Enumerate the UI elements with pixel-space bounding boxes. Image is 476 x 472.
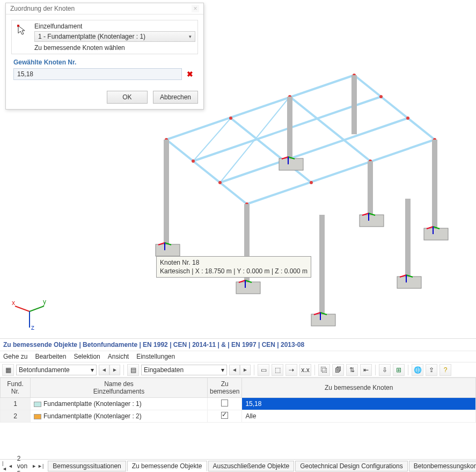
panel-menubar: Gehe zu Bearbeiten Selektion Ansicht Ein… [0,351,476,362]
next-object-button[interactable]: ► [109,365,120,375]
menu-goto[interactable]: Gehe zu [3,353,27,360]
ok-button[interactable]: OK [107,91,148,104]
menu-settings[interactable]: Einstellungen [136,353,175,360]
panel-title: Zu bemessende Objekte | Betonfundamente … [0,339,476,351]
node-tooltip: Knoten Nr. 18 Kartesisch | X : 18.750 m … [156,256,311,278]
next-data-button[interactable]: ► [240,365,251,375]
select-hint: Zu bemessende Knoten wählen [34,44,195,52]
data-mode-combo[interactable]: Eingabedaten▾ [141,365,227,375]
tab-concrete-config[interactable]: Betonbemessungskonfigurationen [409,461,476,471]
nodes-cell-selected[interactable]: 15,18 [242,398,476,410]
selected-nodes-label: Gewählte Knoten Nr. [13,59,196,66]
svg-line-7 [354,75,435,140]
prev-data-button[interactable]: ◄ [229,365,240,375]
last-tab-button[interactable]: ►| [38,462,43,470]
help-icon[interactable]: ? [440,364,451,376]
color-swatch [34,414,41,419]
clipboard-icon[interactable]: 🗐 [332,364,344,376]
svg-line-4 [166,140,247,204]
col-nodes[interactable]: Zu bemessende Knoten [242,378,476,398]
svg-line-44 [245,280,252,282]
tab-objects-to-design[interactable]: Zu bemessende Objekte [127,461,207,471]
filter-icon[interactable]: ⇢ [285,364,297,376]
svg-line-3 [247,140,435,204]
svg-point-10 [165,138,168,141]
svg-rect-33 [424,228,448,240]
col-number[interactable]: Fund.Nr. [1,378,31,398]
svg-line-49 [362,213,369,215]
svg-point-14 [192,159,195,163]
dialog-titlebar[interactable]: Zuordnung der Knoten × [6,3,203,14]
nodes-cell[interactable]: Alle [242,410,476,423]
menu-edit[interactable]: Bearbeiten [35,353,66,360]
menu-view[interactable]: Ansicht [108,353,129,360]
cancel-button[interactable]: Abbrechen [153,91,198,104]
svg-rect-31 [279,158,303,170]
svg-rect-32 [236,282,260,294]
svg-line-58 [15,306,30,311]
dialog-close-button[interactable]: × [192,5,199,12]
excel-icon[interactable]: ⊞ [393,364,405,376]
svg-rect-35 [397,277,421,288]
svg-line-9 [220,97,290,183]
svg-line-56 [320,313,327,315]
dialog-title: Zuordnung der Knoten [10,5,75,12]
globe-icon[interactable]: 🌐 [412,364,423,376]
col-design[interactable]: Zubemessen [208,378,242,398]
svg-line-50 [369,213,375,215]
compress-icon[interactable]: ⇤ [360,364,372,376]
col-name[interactable]: Name desEinzelfundaments [31,378,208,398]
select-window-icon[interactable]: ▭ [258,364,269,376]
next-tab-button[interactable]: ► [32,462,36,470]
svg-text:y: y [43,298,46,306]
tab-geotechnical-config[interactable]: Geotechnical Design Configurations [295,461,407,471]
svg-point-19 [433,138,436,141]
svg-line-60 [30,306,44,311]
units-icon[interactable]: x.x [299,364,311,376]
svg-line-47 [433,227,440,229]
design-checkbox[interactable] [221,412,228,419]
svg-text:x: x [12,299,15,307]
export-icon[interactable]: ⇪ [426,364,437,376]
clear-input-button[interactable]: ✖ [184,68,196,80]
chevron-down-icon: ▾ [189,34,192,39]
svg-point-11 [229,117,232,120]
svg-line-41 [288,157,295,159]
tooltip-line1: Knoten Nr. 18 [160,258,307,267]
data-icon: ▤ [127,364,139,376]
svg-line-40 [282,157,288,159]
selected-nodes-input[interactable]: 15,18 [13,68,182,80]
svg-marker-64 [18,26,25,34]
pick-cursor-icon [14,23,29,38]
svg-line-6 [290,97,370,161]
table-row[interactable]: 1 Fundamentplatte (Knotenlager : 1) 15,1… [1,398,476,410]
svg-line-8 [193,118,231,161]
design-panel: Zu bemessende Objekte | Betonfundamente … [0,338,476,423]
sort-icon[interactable]: ⇅ [346,364,358,376]
prev-tab-button[interactable]: ◄ [8,462,13,470]
copy-icon[interactable]: ⿻ [318,364,330,376]
svg-line-5 [231,118,311,183]
tab-objects-to-exclude[interactable]: Auszuschließende Objekte [208,461,295,471]
svg-text:z: z [31,324,34,331]
svg-line-1 [193,97,381,161]
first-tab-button[interactable]: |◄ [2,462,7,470]
svg-point-15 [218,181,222,184]
table-row[interactable]: 2 Fundamentplatte (Knotenlager : 2) Alle [1,410,476,423]
foundation-select[interactable]: 1 - Fundamentplatte (Knotenlager : 1) ▾ [34,31,195,42]
prev-object-button[interactable]: ◄ [99,365,109,375]
object-type-combo[interactable]: Betonfundamente▾ [16,365,97,375]
menu-selection[interactable]: Selektion [74,353,100,360]
svg-line-52 [400,275,406,277]
select-lasso-icon[interactable]: ⬚ [272,364,283,376]
svg-point-12 [288,95,291,98]
single-foundation-label: Einzelfundament [34,23,195,30]
import-icon[interactable]: ⇩ [379,364,391,376]
panel-toolbar: ▦ Betonfundamente▾ ◄► ▤ Eingabedaten▾ ◄►… [0,362,476,377]
foundations-table: Fund.Nr. Name desEinzelfundaments Zubeme… [0,377,476,423]
svg-point-18 [406,117,409,120]
svg-rect-65 [17,25,19,27]
tab-design-situations[interactable]: Bemessungssituationen [48,461,126,471]
svg-rect-36 [311,314,335,326]
design-checkbox[interactable] [221,400,228,406]
